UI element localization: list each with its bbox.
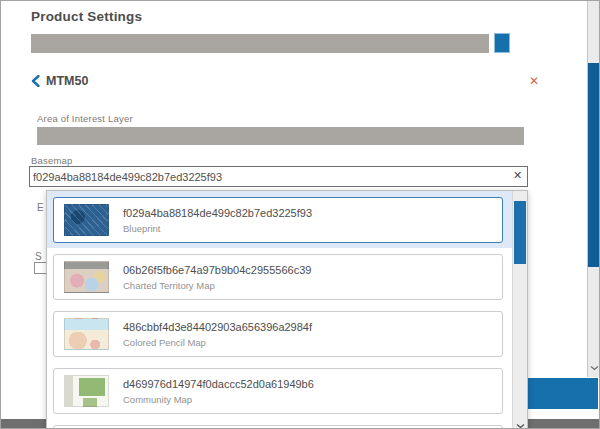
redacted-content-bar xyxy=(31,34,489,53)
community-map-thumbnail xyxy=(64,375,109,407)
dropdown-scrollbar[interactable] xyxy=(512,191,527,429)
back-link[interactable]: MTM50 xyxy=(31,74,88,88)
dropdown-scrollbar-thumb[interactable] xyxy=(514,201,526,264)
blueprint-thumbnail xyxy=(64,204,109,236)
list-item-charted-territory[interactable]: 06b26f5fb6e74a97b9b04c2955566c39 Charted… xyxy=(47,248,527,305)
scroll-down-icon[interactable] xyxy=(516,415,525,429)
basemap-input[interactable] xyxy=(29,166,528,187)
aoi-layer-value-bar[interactable] xyxy=(37,127,524,145)
product-settings-window: Product Settings MTM50 ✕ Area of Interes… xyxy=(0,0,600,429)
aoi-layer-label: Area of Interest Layer xyxy=(37,113,133,124)
scrollbar-down-icon[interactable] xyxy=(590,357,599,375)
back-link-label: MTM50 xyxy=(46,74,88,88)
item-name: Charted Territory Map xyxy=(123,280,311,291)
charted-territory-thumbnail xyxy=(64,261,109,293)
item-id: 06b26f5fb6e74a97b9b04c2955566c39 xyxy=(123,264,311,276)
occluded-field-label-e: E xyxy=(37,202,44,213)
blue-swatch[interactable] xyxy=(494,33,510,53)
basemap-dropdown: f029a4ba88184de499c82b7ed3225f93 Bluepri… xyxy=(46,190,528,429)
basemap-label: Basemap xyxy=(31,155,73,166)
list-item-blueprint[interactable]: f029a4ba88184de499c82b7ed3225f93 Bluepri… xyxy=(47,191,527,248)
colored-pencil-thumbnail xyxy=(64,318,109,350)
page-title: Product Settings xyxy=(31,9,142,24)
item-id: d469976d14974f0daccc52d0a61949b6 xyxy=(123,378,314,390)
occluded-field-label-s: S xyxy=(35,251,42,262)
chevron-left-icon xyxy=(31,75,46,87)
item-name: Colored Pencil Map xyxy=(123,337,312,348)
primary-action-button[interactable] xyxy=(522,378,598,409)
close-icon[interactable]: ✕ xyxy=(529,75,539,87)
window-scrollbar[interactable] xyxy=(587,1,600,377)
item-id: f029a4ba88184de499c82b7ed3225f93 xyxy=(123,207,312,219)
clear-input-icon[interactable]: ✕ xyxy=(513,170,522,181)
item-name: Blueprint xyxy=(123,223,312,234)
item-id: 486cbbf4d3e84402903a656396a2984f xyxy=(123,321,312,333)
list-item-partial[interactable] xyxy=(47,419,527,429)
item-name: Community Map xyxy=(123,394,314,405)
list-item-colored-pencil[interactable]: 486cbbf4d3e84402903a656396a2984f Colored… xyxy=(47,305,527,362)
window-scrollbar-thumb[interactable] xyxy=(588,63,600,267)
list-item-community-map[interactable]: d469976d14974f0daccc52d0a61949b6 Communi… xyxy=(47,362,527,419)
